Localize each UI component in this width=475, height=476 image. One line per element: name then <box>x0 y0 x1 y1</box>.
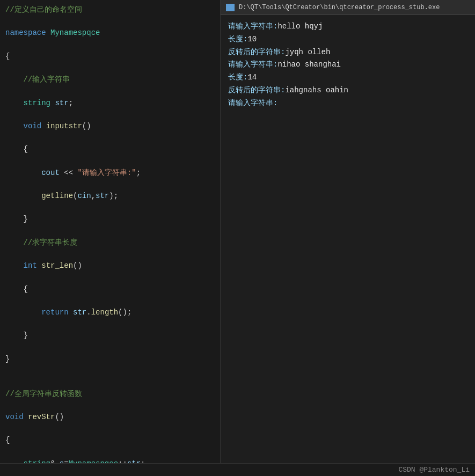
terminal-output: 请输入字符串:hello hqyj 长度:10 反转后的字符串:jyqh oll… <box>228 20 467 110</box>
terminal-title: D:\QT\Tools\QtCreator\bin\qtcreator_proc… <box>239 4 440 11</box>
terminal-icon <box>226 4 235 11</box>
terminal-panel: D:\QT\Tools\QtCreator\bin\qtcreator_proc… <box>220 0 475 463</box>
credit-text: CSDN @Plankton_Li <box>398 466 470 474</box>
main-container: //定义自己的命名空间 namespace Mynamespqce { //输入… <box>0 0 475 463</box>
terminal-titlebar: D:\QT\Tools\QtCreator\bin\qtcreator_proc… <box>221 0 475 15</box>
code-panel: //定义自己的命名空间 namespace Mynamespqce { //输入… <box>0 0 220 463</box>
terminal-content: 请输入字符串:hello hqyj 长度:10 反转后的字符串:jyqh oll… <box>221 15 475 463</box>
bottom-bar: CSDN @Plankton_Li <box>0 463 475 476</box>
code-content: //定义自己的命名空间 namespace Mynamespqce { //输入… <box>5 4 215 463</box>
